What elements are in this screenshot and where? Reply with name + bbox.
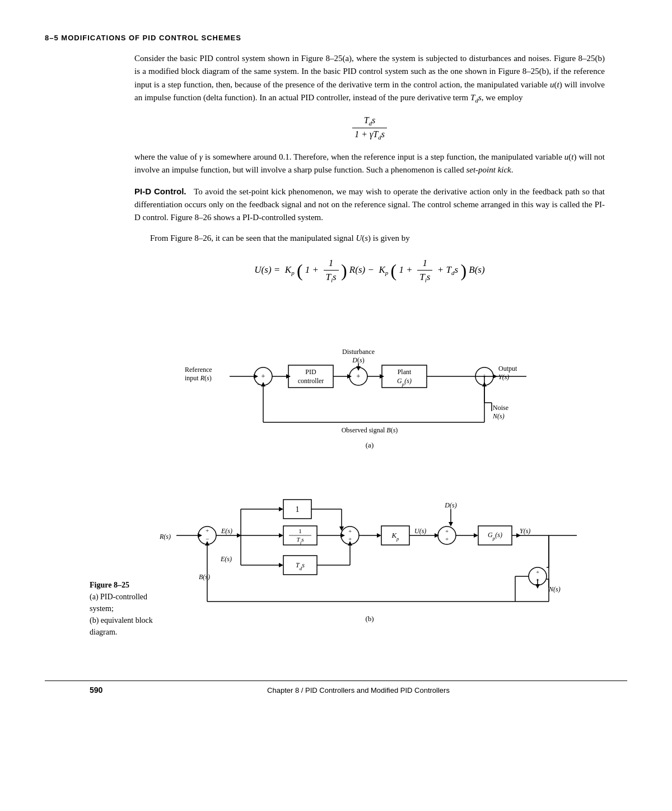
svg-text:+: +	[206, 527, 209, 534]
svg-text:+: +	[261, 372, 265, 380]
svg-text:Tds: Tds	[296, 561, 305, 571]
svg-text:Output: Output	[498, 365, 517, 372]
svg-text:1: 1	[298, 528, 302, 534]
svg-text:1: 1	[296, 505, 300, 514]
page-number: 590	[90, 686, 134, 695]
pid-control-heading: PI-D Control.	[134, 187, 186, 196]
svg-text:E(s): E(s)	[220, 555, 232, 563]
svg-text:input R(s): input R(s)	[185, 374, 212, 382]
svg-text:+: +	[445, 528, 449, 534]
svg-text:+: +	[356, 372, 360, 380]
svg-text:D(s): D(s)	[352, 356, 364, 364]
svg-text:Gp(s): Gp(s)	[488, 531, 502, 541]
footer-chapter-text: Chapter 8 / PID Controllers and Modified…	[134, 686, 582, 695]
svg-text:+: +	[348, 528, 352, 534]
figure-caption-line3: (b) equivalent block	[90, 614, 672, 626]
svg-text:Gp(s): Gp(s)	[397, 377, 412, 387]
diagram-a-container: Reference input R(s) + PID controller + …	[134, 299, 605, 456]
svg-text:Observed signal B(s): Observed signal B(s)	[342, 426, 398, 434]
svg-text:Plant: Plant	[398, 368, 412, 376]
svg-marker-80	[449, 522, 453, 526]
svg-text:+: +	[536, 568, 539, 575]
page-footer: 590 Chapter 8 / PID Controllers and Modi…	[45, 681, 627, 695]
figure-label: Figure 8–25	[90, 581, 129, 589]
svg-text:+: +	[445, 535, 449, 542]
paragraph-from-figure: From Figure 8–26, it can be seen that th…	[150, 232, 605, 245]
figure-caption-line2: system;	[90, 603, 672, 614]
svg-text:Reference: Reference	[185, 366, 212, 374]
paragraph-2: where the value of γ is somewhere around…	[134, 151, 605, 177]
svg-marker-39	[261, 382, 265, 386]
svg-text:PID: PID	[305, 368, 316, 376]
svg-marker-98	[279, 563, 283, 567]
svg-text:N(s): N(s)	[492, 412, 505, 420]
svg-text:(a): (a)	[366, 441, 374, 449]
math-fraction-display: Tds 1 + γTds	[134, 115, 605, 141]
svg-text:Disturbance: Disturbance	[342, 348, 375, 356]
svg-text:R(s): R(s)	[159, 533, 171, 540]
figure-caption: Figure 8–25 (a) PID-controlled system; (…	[90, 579, 672, 638]
svg-rect-99	[283, 556, 317, 575]
svg-text:U(s): U(s)	[414, 527, 426, 535]
svg-text:Y(s): Y(s)	[520, 527, 530, 535]
svg-text:Y(s): Y(s)	[498, 373, 509, 381]
figure-caption-line4: diagram.	[90, 626, 672, 638]
svg-text:−: −	[257, 381, 260, 388]
svg-text:controller: controller	[298, 377, 324, 385]
svg-text:Tis: Tis	[297, 536, 304, 546]
diagram-a-svg: Reference input R(s) + PID controller + …	[179, 299, 560, 456]
figure-caption-line1: (a) PID-controlled	[90, 591, 672, 603]
svg-marker-72	[377, 533, 381, 538]
section-heading: 8–5 MODIFICATIONS OF PID CONTROL SCHEMES	[45, 34, 627, 42]
svg-text:E(s): E(s)	[221, 527, 232, 535]
svg-text:Noise: Noise	[493, 404, 508, 412]
paragraph-pid: PI-D Control. To avoid the set-point kic…	[134, 185, 605, 225]
svg-marker-85	[474, 533, 478, 538]
big-math-equation: U(s) = Kp ( 1 + 1 Tis ) R(s) − Kp ( 1 + …	[134, 258, 605, 283]
svg-text:Kp: Kp	[391, 531, 399, 542]
svg-marker-61	[279, 533, 283, 538]
paragraph-1: Consider the basic PID control system sh…	[134, 52, 605, 105]
svg-marker-18	[356, 366, 361, 371]
svg-text:D(s): D(s)	[444, 501, 456, 509]
svg-marker-54	[279, 507, 283, 511]
